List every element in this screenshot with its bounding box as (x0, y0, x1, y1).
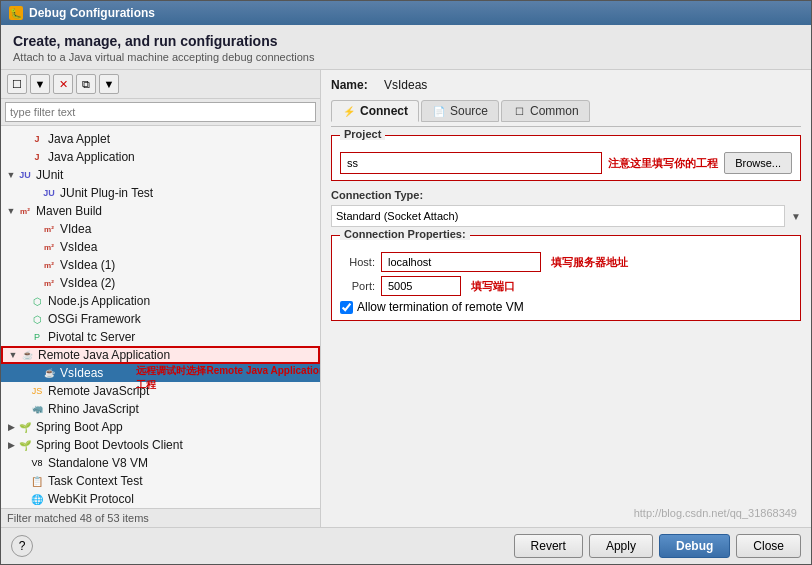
no-arrow (17, 493, 29, 505)
standalone-v8-icon: V8 (29, 455, 45, 471)
vsidea1-label: VsIdea (1) (60, 258, 115, 272)
junit-arrow[interactable]: ▼ (5, 169, 17, 181)
tree-item-spring-devtools[interactable]: ▶ 🌱 Spring Boot Devtools Client (1, 436, 320, 454)
search-area (1, 99, 320, 126)
tree-item-pivotal[interactable]: P Pivotal tc Server (1, 328, 320, 346)
connection-type-select[interactable]: Standard (Socket Attach) Standard (Socke… (331, 205, 785, 227)
junit-icon: JU (17, 167, 33, 183)
connection-props-section: Connection Properties: Host: 填写服务器地址 Por… (331, 235, 801, 321)
tree-item-nodejs[interactable]: ⬡ Node.js Application (1, 292, 320, 310)
host-input[interactable] (381, 252, 541, 272)
remote-vsideas-icon: ☕ (41, 365, 57, 381)
host-annotation: 填写服务器地址 (551, 255, 628, 270)
project-section-label: Project (340, 128, 385, 140)
spring-devtools-arrow[interactable]: ▶ (5, 439, 17, 451)
tab-connect[interactable]: ⚡ Connect (331, 100, 419, 122)
connection-type-label: Connection Type: (331, 189, 801, 201)
header-subtitle: Attach to a Java virtual machine accepti… (13, 51, 799, 63)
no-arrow (17, 313, 29, 325)
vsidea-label: VsIdea (60, 240, 97, 254)
task-context-label: Task Context Test (48, 474, 143, 488)
conn-props-label: Connection Properties: (340, 228, 470, 240)
new-config-list-button[interactable]: ▼ (30, 74, 50, 94)
name-row: Name: VsIdeas (331, 78, 801, 92)
remote-js-icon: JS (29, 383, 45, 399)
left-toolbar: ☐ ▼ ✕ ⧉ ▼ (1, 70, 320, 99)
host-field-label: Host: (340, 256, 375, 268)
remote-java-icon: ☕ (19, 347, 35, 363)
tree-item-rhino-js[interactable]: 🦏 Rhino JavaScript (1, 400, 320, 418)
no-arrow (17, 133, 29, 145)
project-browse-button[interactable]: Browse... (724, 152, 792, 174)
no-arrow (17, 295, 29, 307)
remote-vsideas-label: VsIdeas (60, 366, 103, 380)
tabs-row: ⚡ Connect 📄 Source ☐ Common (331, 100, 801, 127)
tree-item-remote-js[interactable]: JS Remote JavaScript (1, 382, 320, 400)
watermark: http://blog.csdn.net/qq_31868349 (331, 507, 801, 519)
tree-item-junit[interactable]: ▼ JU JUnit (1, 166, 320, 184)
no-arrow (17, 331, 29, 343)
remote-java-label: Remote Java Application (38, 348, 170, 362)
allow-termination-label: Allow termination of remote VM (357, 300, 524, 314)
filter-button[interactable]: ▼ (99, 74, 119, 94)
new-config-button[interactable]: ☐ (7, 74, 27, 94)
maven-arrow[interactable]: ▼ (5, 205, 17, 217)
help-button[interactable]: ? (11, 535, 33, 557)
connection-type-section: Connection Type: Standard (Socket Attach… (331, 189, 801, 227)
remote-java-arrow[interactable]: ▼ (7, 349, 19, 361)
tree-item-task-context[interactable]: 📋 Task Context Test (1, 472, 320, 490)
tree-item-junit-plugin[interactable]: JU JUnit Plug-in Test (1, 184, 320, 202)
project-section: Project 注意这里填写你的工程 Browse... (331, 135, 801, 181)
connect-tab-icon: ⚡ (342, 104, 356, 118)
nodejs-icon: ⬡ (29, 293, 45, 309)
tab-common-label: Common (530, 104, 579, 118)
java-applet-label: Java Applet (48, 132, 110, 146)
tab-common[interactable]: ☐ Common (501, 100, 590, 122)
vsidea-icon: m² (41, 239, 57, 255)
duplicate-config-button[interactable]: ⧉ (76, 74, 96, 94)
no-arrow (29, 187, 41, 199)
config-tree[interactable]: J Java Applet J Java Application ▼ JU JU… (1, 126, 320, 508)
spring-boot-arrow[interactable]: ▶ (5, 421, 17, 433)
tree-item-webkit[interactable]: 🌐 WebKit Protocol (1, 490, 320, 508)
config-name-value: VsIdeas (384, 78, 427, 92)
tree-item-remote-vsideas[interactable]: ☕ VsIdeas (1, 364, 320, 382)
close-button[interactable]: Close (736, 534, 801, 558)
debug-button[interactable]: Debug (659, 534, 730, 558)
tree-item-standalone-v8[interactable]: V8 Standalone V8 VM (1, 454, 320, 472)
tree-item-java-application[interactable]: J Java Application (1, 148, 320, 166)
tree-item-java-applet[interactable]: J Java Applet (1, 130, 320, 148)
tab-source[interactable]: 📄 Source (421, 100, 499, 122)
tree-item-vsidea2[interactable]: m² VsIdea (2) (1, 274, 320, 292)
remote-vsideas-container: ☕ VsIdeas 远程调试时选择Remote Java Application… (1, 364, 320, 382)
allow-termination-checkbox[interactable] (340, 301, 353, 314)
port-row: Port: 填写端口 (340, 276, 792, 296)
apply-button[interactable]: Apply (589, 534, 653, 558)
delete-config-button[interactable]: ✕ (53, 74, 73, 94)
source-tab-icon: 📄 (432, 104, 446, 118)
osgi-label: OSGi Framework (48, 312, 141, 326)
port-input[interactable] (381, 276, 461, 296)
no-arrow (29, 223, 41, 235)
webkit-label: WebKit Protocol (48, 492, 134, 506)
tree-item-maven-build[interactable]: ▼ m² Maven Build (1, 202, 320, 220)
tree-item-remote-java-app[interactable]: ▼ ☕ Remote Java Application (1, 346, 320, 364)
tree-item-osgi[interactable]: ⬡ OSGi Framework (1, 310, 320, 328)
tree-item-spring-boot[interactable]: ▶ 🌱 Spring Boot App (1, 418, 320, 436)
bottom-left: ? (11, 535, 33, 557)
search-input[interactable] (5, 102, 316, 122)
tree-item-vsidea[interactable]: m² VsIdea (1, 238, 320, 256)
task-context-icon: 📋 (29, 473, 45, 489)
pivotal-icon: P (29, 329, 45, 345)
project-input[interactable] (340, 152, 602, 174)
title-bar-text: Debug Configurations (29, 6, 155, 20)
right-spacer (331, 329, 801, 507)
remote-js-label: Remote JavaScript (48, 384, 149, 398)
spring-devtools-label: Spring Boot Devtools Client (36, 438, 183, 452)
tree-item-vsidea1[interactable]: m² VsIdea (1) (1, 256, 320, 274)
host-row: Host: 填写服务器地址 (340, 252, 792, 272)
java-applet-icon: J (29, 131, 45, 147)
dropdown-arrow-icon: ▼ (791, 211, 801, 222)
revert-button[interactable]: Revert (514, 534, 583, 558)
tree-item-videa[interactable]: m² VIdea (1, 220, 320, 238)
